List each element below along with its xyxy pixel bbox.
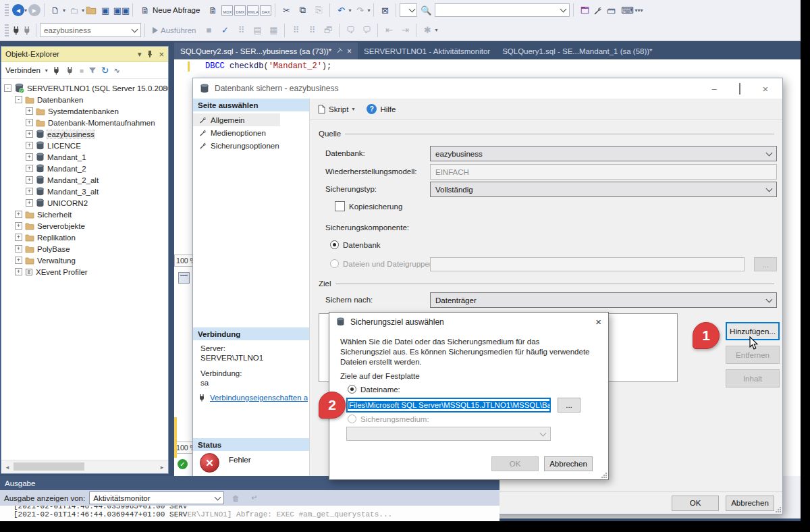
tree-row-folder[interactable]: + Datenbank-Momentaufnahmen [1, 117, 168, 128]
new-file-dropdown-icon[interactable]: ▾ [63, 7, 65, 14]
expander-icon[interactable]: + [26, 107, 33, 115]
console-icon[interactable]: ⌨ [620, 3, 634, 18]
close-icon[interactable]: × [347, 47, 352, 56]
resize-grip[interactable] [601, 472, 607, 478]
toolbar-grip[interactable] [5, 4, 9, 16]
output-clear-icon[interactable]: 🗑 [228, 491, 243, 506]
resize-grip[interactable] [775, 506, 781, 512]
find-combobox[interactable] [435, 3, 570, 17]
plan-icon[interactable]: ⠿ [288, 23, 303, 38]
expander-icon[interactable]: + [26, 119, 33, 126]
tree-row-database[interactable]: + Mandant_2_alt [1, 174, 168, 186]
expander-icon[interactable]: + [15, 245, 22, 252]
backup-type-combo[interactable]: Vollständig [430, 182, 777, 197]
stop-icon[interactable]: ■ [201, 23, 216, 38]
view-connection-properties-link[interactable]: Verbindungseigenschaften an [210, 394, 308, 402]
expander-icon[interactable]: + [26, 130, 33, 138]
tree-row-folder[interactable]: + Replikation [1, 232, 168, 243]
expander-icon[interactable]: + [26, 176, 33, 184]
execute-button[interactable]: Ausführen [148, 23, 200, 38]
scroll-right-icon[interactable]: ▸ [157, 464, 167, 471]
toolbar-overflow-icon[interactable]: ▾ [435, 27, 437, 33]
page-item-general[interactable]: Allgemein [193, 113, 280, 126]
back-dropdown-icon[interactable]: ▾ [24, 7, 27, 14]
expander-icon[interactable]: + [26, 153, 33, 161]
close-icon[interactable]: × [595, 316, 601, 327]
expander-icon[interactable]: + [26, 188, 33, 195]
new-query-button[interactable]: 🗎 Neue Abfrage [136, 3, 204, 18]
indent-decrease-icon[interactable]: ⇤ [381, 23, 396, 38]
xmla-query-icon[interactable]: XMLA [247, 5, 259, 16]
dax-query-icon[interactable]: DAX [260, 5, 271, 16]
results-file-icon[interactable]: 🗗 [321, 23, 335, 38]
comment-icon[interactable]: 🗨 [343, 23, 358, 38]
horizontal-scrollbar[interactable]: ◂ ▸ [1, 460, 168, 473]
plan2-icon[interactable]: ⠿ [304, 23, 319, 38]
copy-icon[interactable]: ⧉ [295, 3, 310, 18]
tab-sqlquery1[interactable]: SQLQuery1.sql - SE...Mandant_1 (sa (58))… [496, 43, 658, 59]
tree-row-folder[interactable]: + Verwaltung [1, 255, 168, 266]
file-path-input[interactable]: Files\Microsoft SQL Server\MSSQL15.JTLNO… [346, 398, 551, 413]
navigate-back-icon[interactable]: ◄ [12, 4, 24, 16]
expander-icon[interactable]: + [15, 222, 22, 230]
backup-to-combo[interactable]: Datenträger [430, 292, 777, 308]
script-dropdown-icon[interactable]: ▾ [352, 106, 354, 112]
tree-row-database[interactable]: + Mandant_3_alt [1, 186, 168, 197]
filter-icon[interactable] [88, 66, 97, 74]
connect-dropdown-icon[interactable]: ▾ [45, 68, 48, 74]
toolbox-icon[interactable]: 🗃 [603, 3, 618, 18]
debug-icon[interactable]: ✱ [420, 23, 435, 38]
pin-icon[interactable] [146, 50, 153, 58]
database-radio[interactable] [330, 240, 339, 249]
tree-row-folder[interactable]: + Sicherheit [1, 209, 168, 220]
uncomment-icon[interactable]: 🗩 [359, 23, 374, 38]
maximize-icon[interactable] [730, 84, 750, 94]
disconnect-server-icon[interactable] [66, 66, 75, 75]
expander-icon[interactable]: + [15, 257, 22, 264]
expander-icon[interactable]: + [26, 142, 33, 149]
expander-icon[interactable]: - [4, 84, 11, 92]
small-dropdown[interactable] [400, 3, 417, 17]
tree-row-folder[interactable]: + Systemdatenbanken [1, 105, 168, 117]
close-icon[interactable]: × [159, 49, 164, 59]
scroll-left-icon[interactable]: ◂ [3, 464, 12, 471]
estimated-plan-icon[interactable]: ⠿ [234, 23, 248, 38]
dock-splitter[interactable] [169, 41, 174, 476]
tree-row-folder[interactable]: - Datenbanken [1, 94, 168, 105]
parse-icon[interactable]: ✓ [217, 23, 232, 38]
available-databases-combo[interactable]: eazybusiness [40, 23, 141, 37]
connect-menu[interactable]: Verbinden [5, 66, 40, 74]
expander-icon[interactable]: + [15, 234, 22, 241]
expander-icon[interactable]: + [26, 165, 33, 172]
xml-tool-icon[interactable]: 🗔 [577, 3, 592, 18]
copy-only-checkbox[interactable] [335, 201, 345, 211]
backup-media-radio[interactable] [348, 415, 356, 423]
files-browse-button[interactable]: ... [754, 257, 777, 271]
database-combo[interactable]: eazybusiness [430, 146, 777, 161]
tree-row-server[interactable]: - SERVER\JTLNO1 (SQL Server 15.0.2080 - [1, 82, 168, 94]
tab-activity-monitor[interactable]: SERVER\JTLNO1 - Aktivitätsmonitor [358, 43, 496, 59]
activity-icon[interactable]: ∿ [114, 66, 120, 75]
output-log[interactable]: [2021-02-01T14:46:44.0359965+01:00 SERV … [0, 506, 500, 521]
cancel-button[interactable]: Abbrechen [726, 496, 774, 511]
new-query-file-icon[interactable]: 🗋 [48, 3, 63, 18]
redo-dropdown-icon[interactable]: ▾ [367, 7, 370, 14]
connect-server-icon[interactable] [53, 66, 61, 75]
tree-row-database[interactable]: + LICENCE [1, 140, 168, 151]
tree-row-folder[interactable]: + PolyBase [1, 243, 168, 255]
script-button[interactable]: Skript [329, 105, 348, 113]
tree-row-xevent[interactable]: + XEvent Profiler [1, 266, 168, 277]
dmx-query-icon[interactable]: DMX [234, 5, 246, 16]
add-item-dropdown-icon[interactable]: ▾ [82, 7, 84, 14]
toolbar-overflow-icon[interactable]: ▾▾ [637, 7, 643, 14]
database-engine-query-icon[interactable]: 🗎 [205, 3, 220, 18]
scrollbar-thumb[interactable] [14, 462, 84, 471]
tree-row-folder[interactable]: + Serverobjekte [1, 220, 168, 232]
expander-icon[interactable]: + [15, 268, 22, 275]
page-item-backup-options[interactable]: Sicherungsoptionen [193, 139, 309, 152]
wrench-icon[interactable] [593, 6, 602, 15]
help-button[interactable]: Hilfe [380, 105, 396, 113]
toolbar-grip[interactable] [5, 24, 9, 36]
expander-icon[interactable]: + [15, 211, 22, 218]
close-icon[interactable]: × [755, 83, 776, 95]
